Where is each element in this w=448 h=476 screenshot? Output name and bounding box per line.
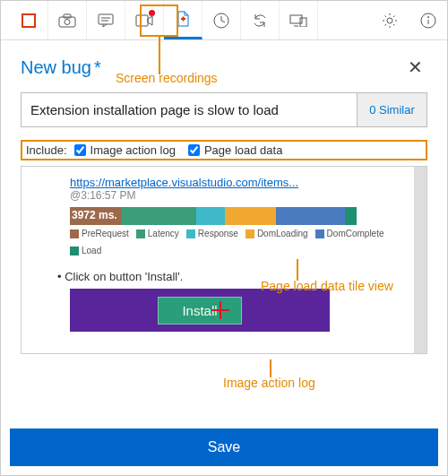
include-page-load-data[interactable]: Page load data [188,143,282,157]
svg-rect-13 [300,18,306,27]
seg-response [196,207,225,225]
capture-preview-panel: https://marketplace.visualstudio.com/ite… [21,166,427,354]
save-button[interactable]: Save [10,428,438,466]
page-load-bar: 3972 ms. [70,207,357,225]
include-image-action-log[interactable]: Image action log [74,143,176,157]
action-step-text: • Click on button 'Install'. [57,270,416,283]
title-row: New bug * ✕ [1,40,447,83]
captured-url-link[interactable]: https://marketplace.visualstudio.com/ite… [70,176,416,189]
bug-capture-window: Screen recordings New bug * ✕ 0 Similar … [0,0,448,476]
close-button[interactable]: ✕ [403,56,427,78]
svg-rect-4 [99,14,113,24]
svg-rect-0 [22,14,35,27]
bug-title-input[interactable] [22,93,357,126]
similar-bugs-button[interactable]: 0 Similar [357,93,426,126]
devices-button[interactable] [280,1,318,39]
page-load-legend: PreRequest Latency Response DomLoading D… [70,229,416,255]
page-title: New bug [21,57,91,78]
recording-indicator-icon [149,10,155,16]
include-image-action-log-checkbox[interactable] [74,144,86,156]
annotation-image-action-log: Image action log [223,376,315,390]
svg-rect-7 [136,15,148,26]
seg-domloading [225,207,277,225]
svg-point-16 [427,16,428,17]
refresh-button[interactable] [241,1,280,39]
history-button[interactable] [202,1,241,39]
annotation-line3 [270,359,271,377]
stop-record-button[interactable] [10,1,48,39]
seg-latency [122,207,196,225]
note-button[interactable] [87,1,125,39]
screenshot-button[interactable] [48,1,87,39]
bug-title-row: 0 Similar [21,92,427,127]
svg-point-2 [65,19,70,24]
seg-load [345,207,357,225]
scrollbar[interactable] [414,167,426,353]
required-indicator: * [94,57,101,78]
seg-domcomplete [276,207,345,225]
include-options-row: Include: Image action log Page load data [21,140,427,160]
svg-point-14 [387,18,392,23]
toolbar [1,1,447,40]
new-file-button[interactable] [164,1,202,39]
info-button[interactable] [409,1,447,39]
capture-timestamp: @3:16:57 PM [70,189,416,202]
include-page-load-data-checkbox[interactable] [188,144,200,156]
screen-recording-button[interactable] [125,1,164,39]
click-crosshair-icon [211,301,229,319]
load-ms-label: 3972 ms. [72,209,117,221]
settings-button[interactable] [370,1,409,39]
action-screenshot: Install [70,289,330,332]
include-label: Include: [26,143,67,157]
svg-rect-1 [59,17,75,27]
